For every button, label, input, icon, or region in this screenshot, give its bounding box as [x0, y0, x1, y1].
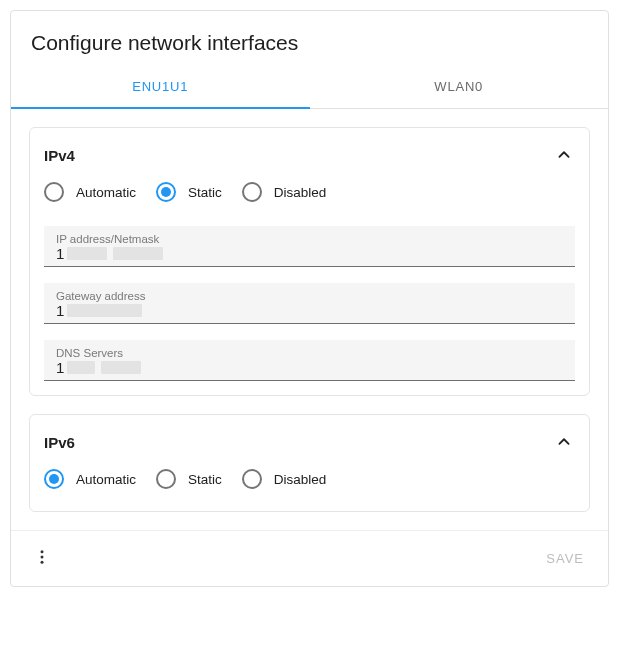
radio-label: Disabled [274, 472, 327, 487]
field-value: 1 [56, 359, 563, 376]
radio-icon [44, 469, 64, 489]
redacted-text [67, 247, 107, 260]
chevron-up-icon [553, 431, 575, 453]
ipv6-header[interactable]: IPv6 [44, 431, 575, 453]
redacted-text [67, 361, 95, 374]
radio-label: Automatic [76, 472, 136, 487]
chevron-up-icon [553, 144, 575, 166]
ipv6-title: IPv6 [44, 434, 75, 451]
field-label: Gateway address [56, 290, 563, 302]
ipv4-radio-automatic[interactable]: Automatic [44, 182, 136, 202]
radio-label: Static [188, 185, 222, 200]
radio-icon [242, 469, 262, 489]
field-label: IP address/Netmask [56, 233, 563, 245]
ipv6-radio-static[interactable]: Static [156, 469, 222, 489]
tab-enu1u1[interactable]: ENU1U1 [11, 65, 310, 108]
radio-label: Static [188, 472, 222, 487]
svg-point-0 [41, 550, 44, 553]
radio-icon [156, 469, 176, 489]
ipv4-title: IPv4 [44, 147, 75, 164]
redacted-text [113, 247, 163, 260]
ipv4-radio-static[interactable]: Static [156, 182, 222, 202]
svg-point-1 [41, 556, 44, 559]
tab-label: ENU1U1 [132, 79, 188, 94]
radio-label: Disabled [274, 185, 327, 200]
tab-label: WLAN0 [434, 79, 483, 94]
more-vert-icon[interactable] [29, 544, 55, 573]
ipv6-mode-group: Automatic Static Disabled [44, 465, 575, 497]
radio-icon [156, 182, 176, 202]
ipv4-header[interactable]: IPv4 [44, 144, 575, 166]
save-button[interactable]: SAVE [546, 551, 584, 566]
ipv6-section: IPv6 Automatic Static Disabled [29, 414, 590, 512]
ipv4-section: IPv4 Automatic Static Disabled IP addres… [29, 127, 590, 396]
gateway-field[interactable]: Gateway address 1 [44, 283, 575, 324]
value-prefix: 1 [56, 245, 64, 262]
ipv4-mode-group: Automatic Static Disabled [44, 178, 575, 210]
field-value: 1 [56, 302, 563, 319]
ipv6-radio-disabled[interactable]: Disabled [242, 469, 327, 489]
ipv4-radio-disabled[interactable]: Disabled [242, 182, 327, 202]
redacted-text [67, 304, 142, 317]
tab-wlan0[interactable]: WLAN0 [310, 65, 609, 108]
ipv6-radio-automatic[interactable]: Automatic [44, 469, 136, 489]
field-label: DNS Servers [56, 347, 563, 359]
redacted-text [101, 361, 141, 374]
value-prefix: 1 [56, 359, 64, 376]
page-title: Configure network interfaces [11, 11, 608, 65]
ip-address-field[interactable]: IP address/Netmask 1 [44, 226, 575, 267]
value-prefix: 1 [56, 302, 64, 319]
network-config-card: Configure network interfaces ENU1U1 WLAN… [10, 10, 609, 587]
radio-icon [242, 182, 262, 202]
radio-icon [44, 182, 64, 202]
dns-field[interactable]: DNS Servers 1 [44, 340, 575, 381]
card-footer: SAVE [11, 530, 608, 586]
svg-point-2 [41, 561, 44, 564]
radio-label: Automatic [76, 185, 136, 200]
field-value: 1 [56, 245, 563, 262]
interface-tabs: ENU1U1 WLAN0 [11, 65, 608, 109]
